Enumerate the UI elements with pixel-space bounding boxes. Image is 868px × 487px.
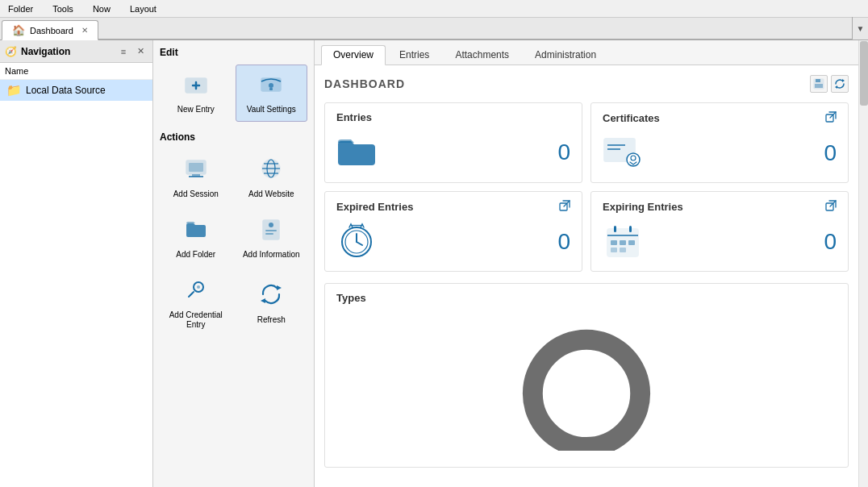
svg-rect-5 [269,88,273,90]
card-expiring-entries-header: Expiring Entries [603,200,837,214]
svg-rect-17 [265,230,277,231]
refresh-btn[interactable]: Refresh [236,270,308,337]
card-entries: Entries 0 [324,102,582,183]
dashboard-refresh-btn[interactable] [831,75,849,93]
refresh-label: Refresh [257,315,286,325]
add-session-icon [184,156,208,186]
donut-chart [506,322,667,451]
card-expiring-link-icon[interactable] [825,200,837,214]
card-entries-header: Entries [336,111,570,123]
menu-tools[interactable]: Tools [48,2,78,15]
card-expired-entries-body: 0 [336,220,570,263]
sub-tabs: Overview Entries Attachments Administrat… [315,40,858,65]
nav-tree-item-local-data-source[interactable]: 📁 Local Data Source [0,80,152,101]
card-certificates-body: 0 [603,131,837,174]
card-certificates-link-icon[interactable] [825,111,837,125]
add-folder-btn[interactable]: Add Folder [160,210,232,267]
dashboard-header-actions [810,75,849,93]
svg-point-20 [197,285,200,289]
nav-title: 🧭 Navigation [5,46,116,57]
svg-marker-22 [261,298,265,303]
add-session-label: Add Session [173,189,219,199]
sub-tab-overview[interactable]: Overview [321,45,386,65]
nav-title-label: Navigation [21,46,70,57]
vault-settings-icon [259,72,283,102]
dashboard-header: DASHBOARD [324,75,849,93]
dashboard-tab-icon: 🏠 [12,24,25,36]
scrollbar-track[interactable] [858,40,868,487]
new-entry-label: New Entry [177,105,215,114]
svg-line-40 [357,242,362,245]
expired-entries-icon [336,223,377,260]
nav-compass-icon: 🧭 [5,46,17,57]
dashboard-content: DASHBOARD [315,65,858,487]
svg-marker-21 [277,285,282,290]
card-expired-entries-count: 0 [557,229,570,255]
card-expired-entries: Expired Entries [324,191,582,272]
sub-tab-entries[interactable]: Entries [387,45,441,65]
add-website-icon [259,156,283,186]
card-expired-entries-header: Expired Entries [336,200,570,214]
add-information-icon [259,217,283,247]
actions-section-title: Actions [160,131,307,143]
types-title: Types [336,292,837,304]
edit-panel: Edit New Entry [153,40,315,487]
menu-now[interactable]: Now [88,2,115,15]
svg-rect-51 [611,248,617,252]
card-certificates-header: Certificates [603,111,837,125]
tab-dashboard-label: Dashboard [30,26,73,35]
tab-close-icon[interactable]: ✕ [81,26,88,35]
actions-grid: Add Session Ad [160,149,307,337]
cards-grid: Entries 0 [324,102,849,272]
card-expired-link-icon[interactable] [559,200,570,214]
nav-close-btn[interactable]: ✕ [133,44,148,59]
card-expiring-entries-body: 0 [603,220,837,263]
new-entry-icon [184,72,208,102]
nav-name-label: Name [0,63,152,80]
add-website-label: Add Website [248,189,294,199]
add-session-btn[interactable]: Add Session [160,149,232,206]
nav-tree-label-local-data-source: Local Data Source [26,85,106,96]
content-area: Edit New Entry [153,40,868,487]
card-certificates: Certificates [590,102,849,183]
new-entry-btn[interactable]: New Entry [160,65,232,122]
svg-rect-49 [620,240,626,245]
menu-layout[interactable]: Layout [125,2,161,15]
svg-rect-46 [614,226,616,232]
nav-header-actions: ≡ ✕ [116,44,148,59]
add-credential-label: Add Credential Entry [164,310,228,330]
svg-rect-50 [628,240,635,245]
add-credential-btn[interactable]: Add Credential Entry [160,270,232,337]
menu-folder[interactable]: Folder [3,2,38,15]
dashboard-area: Overview Entries Attachments Administrat… [315,40,858,487]
edit-actions-grid: New Entry Vault Settings [160,65,307,122]
add-information-btn[interactable]: Add Information [236,210,308,267]
dashboard-save-btn[interactable] [810,75,828,93]
sub-tab-attachments[interactable]: Attachments [443,45,521,65]
nav-header: 🧭 Navigation ≡ ✕ [0,40,152,63]
sub-tab-administration[interactable]: Administration [523,45,608,65]
types-section: Types [324,283,849,468]
card-certificates-title: Certificates [603,112,660,124]
svg-rect-48 [611,240,617,245]
add-website-btn[interactable]: Add Website [236,149,308,206]
tab-bar: 🏠 Dashboard ✕ ▼ [0,18,868,40]
scrollbar-thumb[interactable] [860,41,868,106]
add-folder-icon [184,217,208,247]
nav-tree: 📁 Local Data Source [0,80,152,487]
card-expired-entries-title: Expired Entries [336,201,413,213]
add-folder-label: Add Folder [176,250,215,260]
tab-dropdown-btn[interactable]: ▼ [852,17,868,40]
vault-settings-btn[interactable]: Vault Settings [236,65,308,122]
tab-bar-end [98,39,852,40]
svg-point-4 [269,83,273,88]
svg-rect-25 [815,84,823,88]
tab-dashboard[interactable]: 🏠 Dashboard ✕ [2,20,98,40]
menu-bar: Folder Tools Now Layout [0,0,868,18]
svg-marker-27 [835,85,837,89]
svg-rect-47 [629,226,632,232]
card-expiring-entries: Expiring Entries [590,191,849,272]
dashboard-title: DASHBOARD [324,77,405,90]
card-entries-title: Entries [336,111,372,123]
nav-filter-btn[interactable]: ≡ [116,44,131,59]
